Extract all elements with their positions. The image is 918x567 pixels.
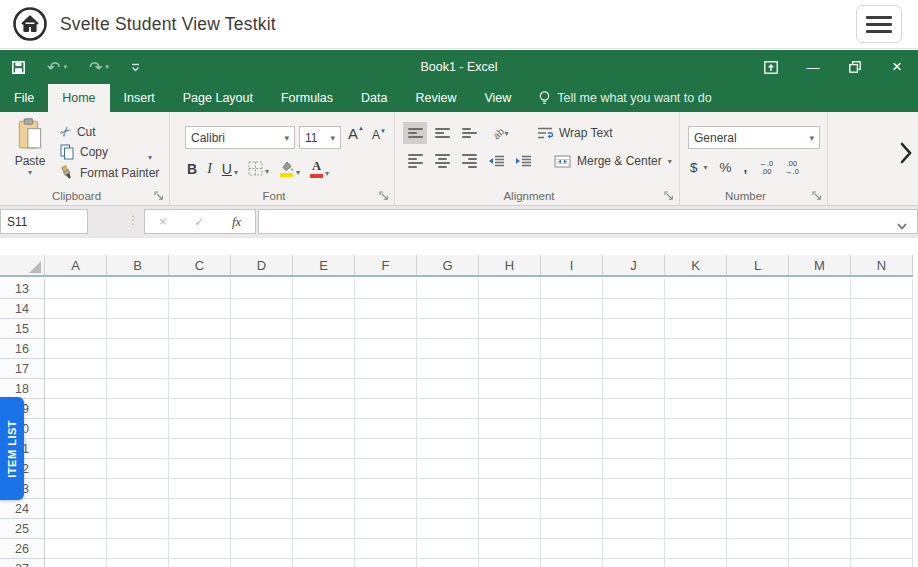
grid-cell[interactable] — [479, 299, 541, 319]
grid-cell[interactable] — [665, 439, 727, 459]
grid-cell[interactable] — [355, 379, 417, 399]
grid-cell[interactable] — [665, 339, 727, 359]
name-box[interactable] — [0, 209, 88, 234]
row-header[interactable]: 25 — [0, 519, 45, 539]
row-header[interactable]: 27 — [0, 559, 45, 567]
row-header[interactable]: 14 — [0, 299, 45, 319]
grid-cell[interactable] — [603, 479, 665, 499]
column-header[interactable]: E — [293, 255, 355, 275]
grid-cell[interactable] — [231, 539, 293, 559]
ribbon-tab[interactable]: Formulas — [267, 84, 347, 112]
column-header[interactable]: N — [851, 255, 913, 275]
grid-cell[interactable] — [603, 559, 665, 567]
grid-cell[interactable] — [293, 559, 355, 567]
grid-cell[interactable] — [603, 539, 665, 559]
ribbon-tab[interactable]: Page Layout — [169, 84, 267, 112]
grid-cell[interactable] — [479, 379, 541, 399]
restore-button[interactable] — [834, 50, 876, 84]
minimize-button[interactable]: — — [792, 50, 834, 84]
ribbon-tab[interactable]: File — [0, 84, 48, 112]
grid-cell[interactable] — [355, 279, 417, 299]
grid-cell[interactable] — [293, 419, 355, 439]
grid-cell[interactable] — [169, 379, 231, 399]
column-header[interactable]: G — [417, 255, 479, 275]
ribbon-tab[interactable]: Data — [347, 84, 401, 112]
grid-cell[interactable] — [417, 339, 479, 359]
grid-cell[interactable] — [169, 519, 231, 539]
row-header[interactable]: 17 — [0, 359, 45, 379]
top-align-button[interactable] — [403, 122, 427, 144]
grid-cell[interactable] — [45, 459, 107, 479]
grid-cell[interactable] — [231, 499, 293, 519]
font-color-button[interactable]: A ▾ — [307, 158, 332, 180]
grid-cell[interactable] — [417, 379, 479, 399]
font-dialog-launcher[interactable] — [378, 189, 390, 201]
grid-cell[interactable] — [541, 339, 603, 359]
grid-cell[interactable] — [355, 439, 417, 459]
grid-cell[interactable] — [231, 419, 293, 439]
ribbon-tab[interactable]: View — [470, 84, 525, 112]
column-header[interactable]: F — [355, 255, 417, 275]
grid-cell[interactable] — [231, 519, 293, 539]
grid-cell[interactable] — [45, 379, 107, 399]
grid-cell[interactable] — [169, 279, 231, 299]
grid-cell[interactable] — [355, 519, 417, 539]
orientation-button[interactable]: ab ▾ — [484, 122, 518, 144]
row-header[interactable]: 26 — [0, 539, 45, 559]
column-header[interactable]: A — [45, 255, 107, 275]
grid-cell[interactable] — [107, 499, 169, 519]
grid-cell[interactable] — [727, 339, 789, 359]
grid-cell[interactable] — [293, 379, 355, 399]
grid-cell[interactable] — [789, 319, 851, 339]
grid-cell[interactable] — [479, 559, 541, 567]
font-family-select[interactable]: Calibri ▾ — [185, 126, 295, 149]
grid-cell[interactable] — [541, 459, 603, 479]
grid-cell[interactable] — [293, 299, 355, 319]
grid-cell[interactable] — [851, 479, 913, 499]
grid-cell[interactable] — [231, 479, 293, 499]
grid-cell[interactable] — [851, 299, 913, 319]
grid-cell[interactable] — [479, 479, 541, 499]
grid-cell[interactable] — [355, 539, 417, 559]
grid-cell[interactable] — [231, 379, 293, 399]
formula-input[interactable] — [258, 209, 918, 234]
grid-cell[interactable] — [231, 439, 293, 459]
grid-cell[interactable] — [541, 479, 603, 499]
copy-button[interactable]: Copy — [60, 144, 108, 160]
grid-cell[interactable] — [727, 559, 789, 567]
grid-cell[interactable] — [169, 479, 231, 499]
grid-cell[interactable] — [851, 359, 913, 379]
comma-style-button[interactable]: , — [744, 160, 748, 175]
grid-cell[interactable] — [727, 279, 789, 299]
grid-cell[interactable] — [603, 419, 665, 439]
grid-cell[interactable] — [107, 339, 169, 359]
grid-cell[interactable] — [665, 399, 727, 419]
grid-cell[interactable] — [789, 359, 851, 379]
redo-button[interactable]: ↷ ▾ — [89, 58, 109, 77]
grid-cell[interactable] — [231, 359, 293, 379]
grid-cell[interactable] — [417, 399, 479, 419]
grid-cell[interactable] — [479, 319, 541, 339]
grid-cell[interactable] — [107, 379, 169, 399]
grid-cell[interactable] — [851, 379, 913, 399]
grid-cell[interactable] — [355, 299, 417, 319]
grid-cell[interactable] — [107, 559, 169, 567]
grid-cell[interactable] — [45, 519, 107, 539]
insert-function-button[interactable]: fx — [232, 214, 241, 230]
grid-cell[interactable] — [541, 559, 603, 567]
decrease-font-size-button[interactable]: A▼ — [372, 128, 386, 142]
grid-cell[interactable] — [417, 559, 479, 567]
increase-font-size-button[interactable]: A▲ — [348, 125, 364, 142]
grid-cell[interactable] — [417, 279, 479, 299]
save-button[interactable] — [12, 61, 25, 74]
grid-cell[interactable] — [541, 319, 603, 339]
grid-cell[interactable] — [851, 499, 913, 519]
grid-cell[interactable] — [231, 459, 293, 479]
grid-cell[interactable] — [231, 279, 293, 299]
grid-cell[interactable] — [231, 299, 293, 319]
grid-cell[interactable] — [789, 479, 851, 499]
grid-cell[interactable] — [789, 559, 851, 567]
grid-cell[interactable] — [789, 539, 851, 559]
column-header[interactable]: I — [541, 255, 603, 275]
customize-qat-button[interactable] — [131, 63, 140, 72]
